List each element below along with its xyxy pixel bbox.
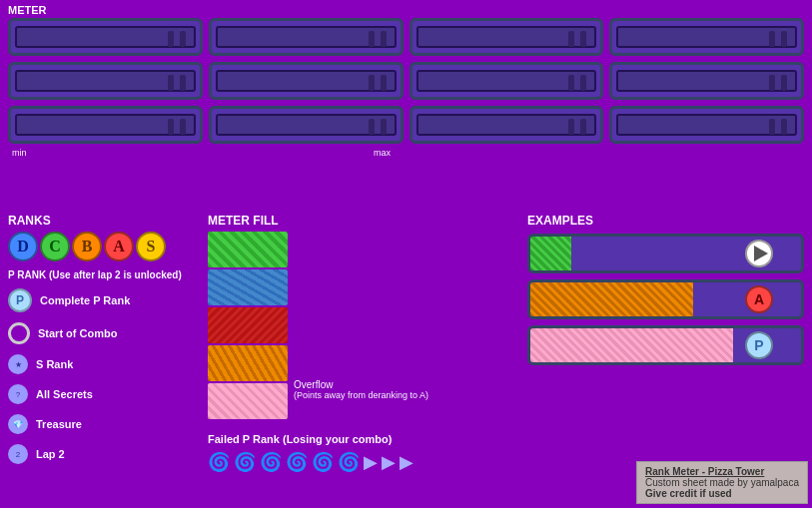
example-bar-3: P <box>527 325 804 365</box>
meter-bar-inner <box>216 70 397 92</box>
meter-bar-inner <box>416 26 597 48</box>
attribution-box: Rank Meter - Pizza Tower Custom sheet ma… <box>636 461 808 504</box>
rank-badge-b: B <box>72 232 102 261</box>
fill-swatch-red <box>208 307 288 343</box>
fill-swatch-green <box>208 232 288 267</box>
rank-item-complete-p-rank: P Complete P Rank <box>8 288 192 312</box>
meter-bar-inner <box>15 70 196 92</box>
meter-bar-notch2 <box>381 75 387 91</box>
meter-bar-notch2 <box>381 31 387 47</box>
meter-bar-notch2 <box>180 31 186 47</box>
meter-bar <box>609 18 804 56</box>
meter-grid <box>8 18 804 144</box>
rank-badge-a: A <box>104 232 134 261</box>
examples-label: EXAMPLES <box>527 214 804 228</box>
meter-bar-inner <box>416 114 597 136</box>
meter-bar-notch <box>369 31 375 47</box>
scale-min: min <box>12 148 27 158</box>
ex-fill-orange <box>530 282 693 316</box>
failed-label: Failed P Rank (Losing your combo) <box>208 433 511 445</box>
s-rank-icon: ★ <box>8 354 28 374</box>
example-play-badge <box>745 240 773 267</box>
left-panel: RANKS D C B A S P RANK (Use after lap 2 … <box>0 210 200 508</box>
meter-bar <box>609 62 804 100</box>
rank-item-label: Complete P Rank <box>40 294 130 306</box>
rank-badges: D C B A S <box>8 232 192 261</box>
meter-bar-notch <box>568 119 574 135</box>
meter-bar-notch <box>769 75 775 91</box>
combo-ring-icon <box>8 322 30 344</box>
failed-icon-4: 🌀 <box>286 451 308 473</box>
failed-icons: 🌀 🌀 🌀 🌀 🌀 🌀 ▶ ▶ ▶ <box>208 451 511 473</box>
fill-area: Overflow (Points away from deranking to … <box>208 232 511 419</box>
fill-swatches <box>208 232 288 419</box>
failed-icon-2: 🌀 <box>234 451 256 473</box>
meter-bar-notch2 <box>781 75 787 91</box>
meter-label: METER <box>8 4 804 16</box>
rank-badge-d: D <box>8 232 38 261</box>
rank-item-s-rank: ★ S Rank <box>8 354 192 374</box>
failed-icon-7: ▶ <box>364 451 378 473</box>
meter-section: METER <box>0 0 812 158</box>
failed-icon-6: 🌀 <box>338 451 360 473</box>
rank-item-label: Lap 2 <box>36 448 65 460</box>
treasure-icon: 💎 <box>8 414 28 434</box>
example-bar-1 <box>527 234 804 273</box>
meter-bar <box>409 62 604 100</box>
meter-bar <box>8 18 203 56</box>
ex-fill-pink <box>530 328 733 362</box>
meter-bar-notch <box>168 75 174 91</box>
attribution-credit: Give credit if used <box>645 488 799 499</box>
meter-bar <box>8 106 203 144</box>
overflow-text: Overflow (Points away from deranking to … <box>294 379 428 400</box>
rank-item-start-combo: Start of Combo <box>8 322 192 344</box>
p-rank-icon: P <box>8 288 32 312</box>
meter-bar-notch2 <box>180 119 186 135</box>
meter-bar <box>609 106 804 144</box>
example-a-badge: A <box>745 285 773 313</box>
meter-bar-inner <box>416 70 597 92</box>
rank-item-label: Start of Combo <box>38 327 117 339</box>
meter-bar <box>409 106 604 144</box>
attribution-title: Rank Meter - Pizza Tower <box>645 466 799 477</box>
p-rank-label: P RANK (Use after lap 2 is unlocked) <box>8 269 192 280</box>
ex-fill-green <box>530 237 571 270</box>
meter-bar-inner <box>216 114 397 136</box>
meter-bar-inner <box>616 70 797 92</box>
meter-bar-notch <box>568 75 574 91</box>
meter-bar-notch <box>769 31 775 47</box>
meter-bar-inner <box>616 26 797 48</box>
meter-bar-notch2 <box>381 119 387 135</box>
fill-swatch-blue <box>208 269 288 305</box>
play-triangle-icon <box>754 246 768 261</box>
meter-bar-notch2 <box>580 31 586 47</box>
meter-bar-inner <box>616 114 797 136</box>
failed-icon-1: 🌀 <box>208 451 230 473</box>
meter-bar-notch2 <box>781 31 787 47</box>
example-bar-2: A <box>527 279 804 319</box>
attribution-custom: Custom sheet made by yamalpaca <box>645 477 799 488</box>
rank-item-label: S Rank <box>36 358 73 370</box>
meter-bar-notch <box>369 75 375 91</box>
meter-bar-notch <box>769 119 775 135</box>
meter-bar-notch2 <box>781 119 787 135</box>
meter-scale: min max <box>8 148 804 158</box>
rank-badge-c: C <box>40 232 70 261</box>
meter-bar-notch2 <box>180 75 186 91</box>
failed-icon-8: ▶ <box>382 451 396 473</box>
rank-badge-s: S <box>136 232 166 261</box>
meter-bar-inner <box>15 26 196 48</box>
meter-bar-notch <box>168 31 174 47</box>
meter-bar-notch <box>568 31 574 47</box>
meter-bar <box>209 106 404 144</box>
meter-fill-label: METER FILL <box>208 214 511 228</box>
example-p-badge: P <box>745 331 773 359</box>
rank-item-label: All Secrets <box>36 388 93 400</box>
scale-max: max <box>374 148 391 158</box>
meter-bar <box>409 18 604 56</box>
meter-bar-inner <box>15 114 196 136</box>
rank-item-lap2: 2 Lap 2 <box>8 444 192 464</box>
example-bars: A P <box>527 234 804 365</box>
meter-bar <box>209 62 404 100</box>
rank-item-label: Treasure <box>36 418 82 430</box>
